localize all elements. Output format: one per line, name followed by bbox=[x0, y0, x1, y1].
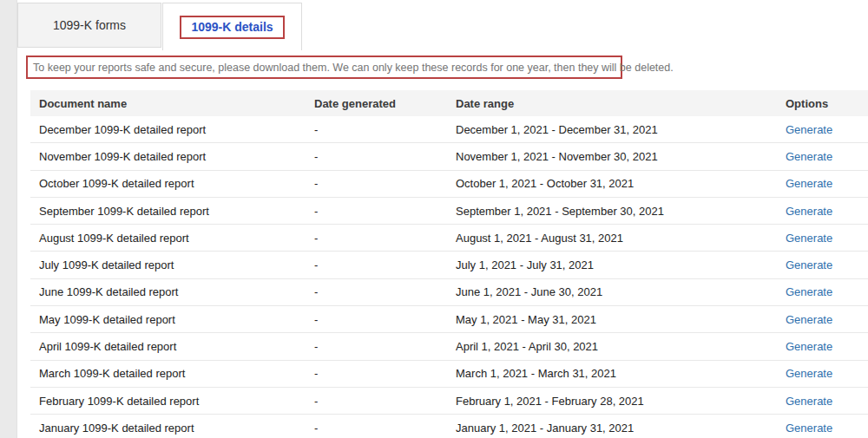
date-generated-cell: - bbox=[306, 278, 447, 305]
table-row: June 1099-K detailed report - June 1, 20… bbox=[30, 278, 868, 305]
generate-link[interactable]: Generate bbox=[786, 258, 832, 271]
options-cell: Generate bbox=[777, 116, 868, 143]
table-row: January 1099-K detailed report - January… bbox=[30, 415, 868, 438]
options-cell: Generate bbox=[777, 143, 868, 170]
table-row: December 1099-K detailed report - Decemb… bbox=[30, 116, 868, 143]
document-name-cell: September 1099-K detailed report bbox=[30, 197, 306, 224]
tab-1099k-forms[interactable]: 1099-K forms bbox=[17, 3, 161, 48]
col-header-date-range: Date range bbox=[447, 90, 777, 116]
options-cell: Generate bbox=[777, 252, 868, 278]
date-generated-cell: - bbox=[306, 170, 447, 197]
reports-table: Document name Date generated Date range … bbox=[30, 90, 868, 438]
generate-link[interactable]: Generate bbox=[786, 177, 832, 190]
table-row: September 1099-K detailed report - Septe… bbox=[30, 197, 868, 224]
date-range-cell: June 1, 2021 - June 30, 2021 bbox=[447, 278, 777, 305]
date-generated-cell: - bbox=[306, 143, 447, 170]
document-name-cell: October 1099-K detailed report bbox=[30, 170, 306, 197]
date-generated-cell: - bbox=[306, 387, 447, 414]
generate-link[interactable]: Generate bbox=[786, 422, 832, 435]
col-header-date-generated: Date generated bbox=[306, 90, 447, 116]
retention-notice-text: To keep your reports safe and secure, pl… bbox=[33, 62, 674, 74]
options-cell: Generate bbox=[777, 306, 868, 333]
date-range-cell: January 1, 2021 - January 31, 2021 bbox=[447, 415, 777, 438]
document-name-cell: January 1099-K detailed report bbox=[30, 415, 306, 438]
generate-link[interactable]: Generate bbox=[786, 123, 832, 136]
options-cell: Generate bbox=[777, 170, 868, 197]
document-name-cell: July 1099-K detailed report bbox=[30, 252, 306, 278]
table-row: February 1099-K detailed report - Februa… bbox=[30, 387, 868, 414]
options-cell: Generate bbox=[777, 333, 868, 360]
table-row: May 1099-K detailed report - May 1, 2021… bbox=[30, 306, 868, 333]
date-range-cell: December 1, 2021 - December 31, 2021 bbox=[447, 116, 777, 143]
generate-link[interactable]: Generate bbox=[786, 395, 832, 408]
document-name-cell: May 1099-K detailed report bbox=[30, 306, 306, 333]
document-name-cell: June 1099-K detailed report bbox=[30, 278, 306, 305]
generate-link[interactable]: Generate bbox=[786, 367, 832, 380]
document-name-cell: November 1099-K detailed report bbox=[30, 143, 306, 170]
document-name-cell: December 1099-K detailed report bbox=[30, 116, 306, 143]
annotation-box-notice: To keep your reports safe and secure, pl… bbox=[26, 56, 622, 79]
document-name-cell: February 1099-K detailed report bbox=[30, 387, 306, 414]
date-generated-cell: - bbox=[306, 225, 447, 252]
date-generated-cell: - bbox=[306, 252, 447, 278]
date-range-cell: May 1, 2021 - May 31, 2021 bbox=[447, 306, 777, 333]
options-cell: Generate bbox=[777, 387, 868, 414]
generate-link[interactable]: Generate bbox=[786, 150, 832, 163]
generate-link[interactable]: Generate bbox=[786, 232, 832, 245]
annotation-box-tab: 1099-K details bbox=[180, 16, 284, 39]
table-row: November 1099-K detailed report - Novemb… bbox=[30, 143, 868, 170]
date-generated-cell: - bbox=[306, 197, 447, 224]
date-generated-cell: - bbox=[306, 306, 447, 333]
1099k-reports-page: 1099-K forms 1099-K details To keep your… bbox=[0, 0, 868, 438]
date-generated-cell: - bbox=[306, 116, 447, 143]
date-generated-cell: - bbox=[306, 333, 447, 360]
document-name-cell: April 1099-K detailed report bbox=[30, 333, 306, 360]
generate-link[interactable]: Generate bbox=[786, 205, 832, 218]
date-range-cell: July 1, 2021 - July 31, 2021 bbox=[447, 252, 777, 278]
tab-1099k-details[interactable]: 1099-K details bbox=[162, 3, 302, 50]
col-header-options: Options bbox=[777, 90, 868, 116]
table-row: July 1099-K detailed report - July 1, 20… bbox=[30, 252, 868, 278]
date-range-cell: August 1, 2021 - August 31, 2021 bbox=[447, 225, 777, 252]
date-range-cell: March 1, 2021 - March 31, 2021 bbox=[447, 360, 777, 387]
date-generated-cell: - bbox=[306, 415, 447, 438]
col-header-document-name: Document name bbox=[30, 90, 306, 116]
tab-1099k-details-label: 1099-K details bbox=[191, 20, 273, 34]
table-row: October 1099-K detailed report - October… bbox=[30, 170, 868, 197]
options-cell: Generate bbox=[777, 360, 868, 387]
generate-link[interactable]: Generate bbox=[786, 340, 832, 353]
document-name-cell: August 1099-K detailed report bbox=[30, 225, 306, 252]
table-header: Document name Date generated Date range … bbox=[30, 90, 868, 116]
options-cell: Generate bbox=[777, 197, 868, 224]
table-row: August 1099-K detailed report - August 1… bbox=[30, 225, 868, 252]
tab-1099k-forms-label: 1099-K forms bbox=[53, 18, 126, 32]
date-range-cell: February 1, 2021 - February 28, 2021 bbox=[447, 387, 777, 414]
table-body: December 1099-K detailed report - Decemb… bbox=[30, 116, 868, 438]
date-range-cell: September 1, 2021 - September 30, 2021 bbox=[447, 197, 777, 224]
generate-link[interactable]: Generate bbox=[786, 285, 832, 298]
options-cell: Generate bbox=[777, 278, 868, 305]
date-range-cell: November 1, 2021 - November 30, 2021 bbox=[447, 143, 777, 170]
date-generated-cell: - bbox=[306, 360, 447, 387]
left-gutter bbox=[0, 0, 17, 438]
options-cell: Generate bbox=[777, 415, 868, 438]
date-range-cell: October 1, 2021 - October 31, 2021 bbox=[447, 170, 777, 197]
options-cell: Generate bbox=[777, 225, 868, 252]
generate-link[interactable]: Generate bbox=[786, 313, 832, 326]
document-name-cell: March 1099-K detailed report bbox=[30, 360, 306, 387]
date-range-cell: April 1, 2021 - April 30, 2021 bbox=[447, 333, 777, 360]
table-row: March 1099-K detailed report - March 1, … bbox=[30, 360, 868, 387]
table-row: April 1099-K detailed report - April 1, … bbox=[30, 333, 868, 360]
